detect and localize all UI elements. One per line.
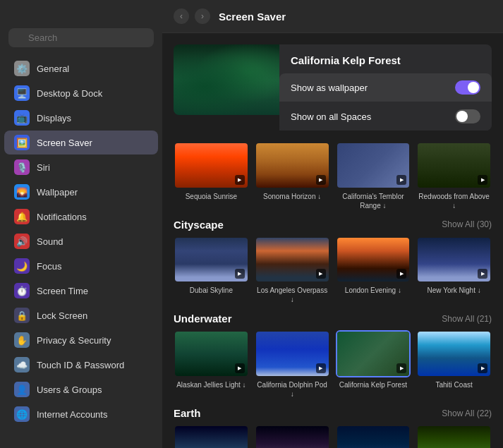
play-icon-tahiti: ▶ — [478, 363, 487, 373]
lock-screen-icon: 🔒 — [14, 308, 30, 323]
play-icon-alaskan: ▶ — [235, 363, 245, 373]
sidebar-item-label-displays: Displays — [37, 113, 71, 123]
ss-item-london[interactable]: ▶London Evening ↓ — [336, 236, 411, 305]
section-underwater: UnderwaterShow All (21)▶Alaskan Jellies … — [174, 313, 492, 399]
ss-item-sonoma[interactable]: ▶Sonoma Horizon ↓ — [255, 142, 330, 210]
ss-thumb-inner-earth3 — [337, 426, 410, 448]
ss-item-kelp[interactable]: ▶California Kelp Forest — [336, 330, 411, 399]
ss-item-earth3[interactable]: ▶ — [336, 425, 411, 448]
show-as-wallpaper-toggle[interactable] — [455, 80, 480, 95]
ss-label-redwoods: Redwoods from Above ↓ — [416, 192, 492, 210]
ss-label-sequoia: Sequoia Sunrise — [174, 192, 249, 201]
ss-item-tahiti[interactable]: ▶Tahiti Coast — [416, 330, 492, 399]
sidebar-item-general[interactable]: ⚙️General — [4, 56, 158, 80]
show-all-earth[interactable]: Show All (22) — [442, 408, 492, 418]
ss-thumb-dubai: ▶ — [174, 236, 249, 284]
show-on-all-spaces-row: Show on all Spaces — [279, 102, 492, 131]
page-title: Screen Saver — [219, 11, 286, 23]
ss-label-newyork: New York Night ↓ — [416, 286, 492, 295]
ss-thumb-la: ▶ — [255, 236, 330, 284]
ss-item-california-temblor[interactable]: ▶California's Temblor Range ↓ — [336, 142, 411, 210]
ss-item-redwoods[interactable]: ▶Redwoods from Above ↓ — [416, 142, 492, 210]
ss-item-earth1[interactable]: ▶ — [174, 425, 249, 448]
search-container: ⌕ — [0, 28, 162, 56]
back-button[interactable]: ‹ — [174, 8, 189, 24]
general-icon: ⚙️ — [14, 61, 30, 76]
sidebar-item-users-groups[interactable]: 👤Users & Groups — [4, 377, 158, 401]
toggle-knob — [468, 82, 479, 93]
sidebar-item-notifications[interactable]: 🔔Notifications — [4, 205, 158, 229]
sidebar-item-privacy-security[interactable]: ✋Privacy & Security — [4, 328, 158, 352]
toolbar: ‹ › Screen Saver — [162, 0, 503, 33]
search-input[interactable] — [8, 28, 154, 47]
ss-label-kelp: California Kelp Forest — [336, 380, 411, 389]
play-icon-sequoia: ▶ — [235, 175, 245, 185]
show-on-all-spaces-toggle[interactable] — [455, 109, 480, 123]
sidebar-item-touch-id[interactable]: ☁️Touch ID & Password — [4, 353, 158, 377]
ss-label-alaskan: Alaskan Jellies Light ↓ — [174, 380, 249, 389]
ss-item-dolphin[interactable]: ▶California Dolphin Pod ↓ — [255, 330, 330, 399]
show-all-underwater[interactable]: Show All (21) — [442, 314, 492, 324]
play-icon-dubai: ▶ — [235, 269, 245, 279]
sidebar-item-label-privacy-security: Privacy & Security — [37, 335, 111, 346]
sidebar-items-list: ⚙️General🖥️Desktop & Dock📺Displays🖼️Scre… — [0, 56, 162, 427]
ss-label-dubai: Dubai Skyline — [174, 286, 249, 295]
sidebar-item-sound[interactable]: 🔊Sound — [4, 229, 158, 253]
play-icon-newyork: ▶ — [478, 269, 487, 279]
sidebar-item-label-users-groups: Users & Groups — [37, 385, 102, 395]
displays-icon: 📺 — [14, 110, 30, 126]
sidebar-item-label-focus: Focus — [37, 261, 61, 272]
sidebar-item-siri[interactable]: 🎙️Siri — [4, 155, 158, 179]
ss-thumb-inner-earth1 — [175, 426, 248, 448]
sidebar-item-label-general: General — [37, 63, 69, 74]
section-header-cityscape: CityscapeShow All (30) — [174, 219, 492, 231]
sidebar-item-desktop-dock[interactable]: 🖥️Desktop & Dock — [4, 81, 158, 105]
ss-thumb-dolphin: ▶ — [255, 330, 330, 377]
toggle-knob-2 — [456, 111, 468, 122]
grid-earth: ▶▶▶▶ — [174, 425, 492, 448]
sidebar-item-label-internet-accounts: Internet Accounts — [37, 409, 107, 420]
ss-thumb-kelp: ▶ — [336, 330, 411, 377]
show-as-wallpaper-row: Show as wallpaper — [279, 73, 492, 102]
sidebar-item-focus[interactable]: 🌙Focus — [4, 254, 158, 278]
ss-thumb-california-temblor: ▶ — [336, 142, 411, 189]
sidebar-item-label-sound: Sound — [37, 236, 63, 247]
search-wrapper: ⌕ — [8, 28, 154, 47]
ss-item-alaskan[interactable]: ▶Alaskan Jellies Light ↓ — [174, 330, 249, 399]
sidebar-item-label-desktop-dock: Desktop & Dock — [37, 88, 102, 99]
ss-thumb-earth1: ▶ — [174, 425, 249, 448]
ss-label-california-temblor: California's Temblor Range ↓ — [336, 192, 411, 210]
sidebar-item-label-screen-time: Screen Time — [37, 286, 88, 296]
ss-item-earth4[interactable]: ▶ — [416, 425, 492, 448]
ss-item-la[interactable]: ▶Los Angeles Overpass ↓ — [255, 236, 330, 305]
sidebar-item-lock-screen[interactable]: 🔒Lock Screen — [4, 303, 158, 327]
forward-button[interactable]: › — [195, 8, 210, 24]
screen-saver-icon: 🖼️ — [14, 135, 30, 150]
desktop-dock-icon: 🖥️ — [14, 85, 30, 101]
section-title-earth: Earth — [174, 407, 200, 419]
ss-item-earth2[interactable]: ▶ — [255, 425, 330, 448]
ss-thumb-london: ▶ — [336, 236, 411, 284]
ss-thumb-inner-earth4 — [418, 426, 490, 448]
ss-thumb-earth3: ▶ — [336, 425, 411, 448]
ss-item-newyork[interactable]: ▶New York Night ↓ — [416, 236, 492, 305]
sidebar-item-label-touch-id: Touch ID & Password — [37, 360, 124, 370]
sound-icon: 🔊 — [14, 234, 30, 249]
sidebar-item-screen-time[interactable]: ⏱️Screen Time — [4, 279, 158, 303]
ss-item-dubai[interactable]: ▶Dubai Skyline — [174, 236, 249, 305]
preview-thumbnail — [174, 44, 279, 115]
show-all-cityscape[interactable]: Show All (30) — [442, 219, 492, 229]
play-icon-la: ▶ — [316, 269, 326, 279]
section-cityscape: CityscapeShow All (30)▶Dubai Skyline▶Los… — [174, 219, 492, 305]
ss-thumb-earth2: ▶ — [255, 425, 330, 448]
ss-item-sequoia[interactable]: ▶Sequoia Sunrise — [174, 142, 249, 210]
sidebar-item-screen-saver[interactable]: 🖼️Screen Saver — [4, 131, 158, 155]
siri-icon: 🎙️ — [14, 159, 30, 175]
ss-thumb-newyork: ▶ — [416, 236, 492, 284]
sidebar-item-wallpaper[interactable]: 🌄Wallpaper — [4, 180, 158, 204]
sidebar-item-internet-accounts[interactable]: 🌐Internet Accounts — [4, 402, 158, 426]
touch-id-icon: ☁️ — [14, 357, 30, 373]
play-icon-redwoods: ▶ — [478, 175, 487, 185]
sidebar-item-displays[interactable]: 📺Displays — [4, 106, 158, 130]
sidebar: ⌕ ⚙️General🖥️Desktop & Dock📺Displays🖼️Sc… — [0, 0, 162, 448]
